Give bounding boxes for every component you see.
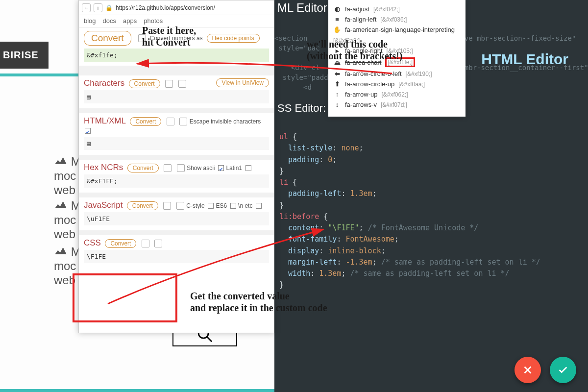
escape-label: Escape invisible characters (190, 118, 261, 125)
annotation-text: Paste it here, hit Convert (142, 24, 196, 48)
nav-blog[interactable]: blog (84, 17, 96, 24)
lock-icon: 🔒 (105, 4, 113, 11)
characters-convert[interactable]: Convert (129, 79, 160, 88)
hex-option[interactable]: Hex code points (207, 34, 260, 43)
doc-icon[interactable] (177, 164, 185, 172)
doc-icon[interactable] (179, 118, 187, 125)
javascript-block: JavaScript Convert C-style ES6 \n etc \u… (79, 197, 274, 235)
netc-label: \n etc (238, 202, 252, 209)
doc-icon[interactable] (154, 240, 162, 247)
url-text[interactable]: https://r12a.github.io/apps/conversion/ (116, 4, 271, 11)
copy-icon[interactable] (142, 240, 149, 247)
css-convert[interactable]: Convert (105, 239, 136, 248)
divider (0, 389, 274, 392)
convert-input[interactable]: &#xf1fe; (84, 49, 269, 62)
js-value[interactable]: \uF1FE (84, 212, 269, 225)
showascii-checkbox[interactable] (218, 165, 224, 171)
css-editor-label: SS Editor: (274, 101, 329, 116)
arrow-up-icon: ↑ (333, 91, 341, 98)
js-convert[interactable]: Convert (127, 201, 158, 210)
annotation-text: Get the converted value and replace it i… (190, 290, 327, 314)
htmlxml-block: HTML/XML Convert Escape invisible charac… (79, 113, 274, 160)
escape-checkbox[interactable] (85, 128, 91, 134)
htmlxml-value[interactable]: ▤ (84, 137, 269, 150)
js-title: JavaScript (84, 200, 122, 210)
area-chart-icon (54, 246, 68, 257)
characters-title: Characters (84, 78, 124, 88)
adjust-icon: ◐ (333, 5, 341, 13)
annotation-highlight (73, 273, 177, 322)
view-uniview[interactable]: View in UniView (216, 78, 269, 87)
copy-icon[interactable] (165, 80, 173, 88)
arrow-circle-up-icon: ⬆ (333, 80, 341, 88)
info-button[interactable]: i (94, 3, 102, 12)
mobirise-logo: BIRISE (0, 42, 49, 69)
copy-icon[interactable] (164, 164, 172, 172)
css-title: CSS (84, 238, 101, 248)
css-block: CSS Convert \F1FE (79, 235, 274, 268)
area-chart-icon (54, 156, 68, 167)
css-editor-code[interactable]: ul { list-style: none; padding: 0; } li … (279, 131, 583, 363)
convert-button[interactable]: Convert (84, 31, 131, 46)
address-bar: ← i 🔒 https://r12a.github.io/apps/conver… (79, 0, 274, 15)
characters-block: Characters Convert View in UniView ▤ (79, 75, 274, 113)
doc-icon[interactable] (178, 80, 186, 88)
htmlxml-title: HTML/XML (84, 116, 126, 126)
cstyle-label: C-style (186, 202, 204, 209)
svg-line-1 (207, 337, 212, 342)
css-value[interactable]: \F1FE (84, 250, 269, 263)
characters-value[interactable]: ▤ (84, 90, 269, 103)
copy-icon[interactable] (163, 202, 171, 210)
html-code-line: <d (274, 83, 312, 91)
showascii-label: Show ascii (187, 165, 215, 172)
cstyle-checkbox[interactable] (208, 203, 214, 209)
hexncr-title: Hex NCRs (84, 163, 123, 172)
close-icon (522, 365, 533, 375)
fa-row[interactable]: ↕fa-arrows-v[&#xf07d;] (333, 99, 461, 110)
latin1-checkbox[interactable] (245, 165, 251, 171)
hexncr-block: Hex NCRs Convert Show ascii Latin1 &#xF1… (79, 160, 274, 197)
html-code-line: style="padd (274, 74, 328, 81)
hexncr-convert[interactable]: Convert (127, 164, 159, 172)
html-editor-label: ML Editor: (274, 0, 333, 16)
latin1-label: Latin1 (226, 165, 242, 172)
back-button[interactable]: ← (82, 3, 91, 12)
fa-row[interactable]: ⬆fa-arrow-circle-up[&#xf0aa;] (333, 79, 461, 89)
cancel-button[interactable] (514, 357, 541, 383)
es6-checkbox[interactable] (230, 203, 236, 209)
arrows-v-icon: ↕ (333, 101, 341, 108)
arrow-circle-left-icon: ⬅ (333, 70, 341, 77)
align-left-icon: ≡ (333, 16, 341, 23)
hexncr-value[interactable]: &#xF1FE; (84, 174, 269, 188)
nav-apps[interactable]: apps (123, 17, 137, 24)
copy-icon[interactable] (167, 118, 174, 125)
htmlxml-convert[interactable]: Convert (130, 117, 161, 126)
es6-label: ES6 (216, 202, 227, 209)
doc-icon[interactable] (176, 202, 184, 210)
nav-docs[interactable]: docs (103, 17, 116, 24)
fa-row[interactable]: ◐fa-adjust[&#xf042;] (333, 4, 461, 14)
confirm-button[interactable] (550, 357, 576, 383)
annotation-text: we'll need this code (without the bracke… (307, 38, 403, 62)
check-icon (558, 365, 568, 375)
netc-checkbox[interactable] (256, 203, 262, 209)
asl-icon: ✋ (333, 26, 341, 33)
fa-row[interactable]: ⬅fa-arrow-circle-o-left[&#xf190;] (333, 69, 461, 79)
fa-row[interactable]: ≡fa-align-left[&#xf036;] (333, 14, 461, 24)
nav-photos[interactable]: photos (144, 17, 163, 24)
fa-row[interactable]: ↑fa-arrow-up[&#xf062;] (333, 89, 461, 99)
area-chart-icon (54, 200, 68, 211)
